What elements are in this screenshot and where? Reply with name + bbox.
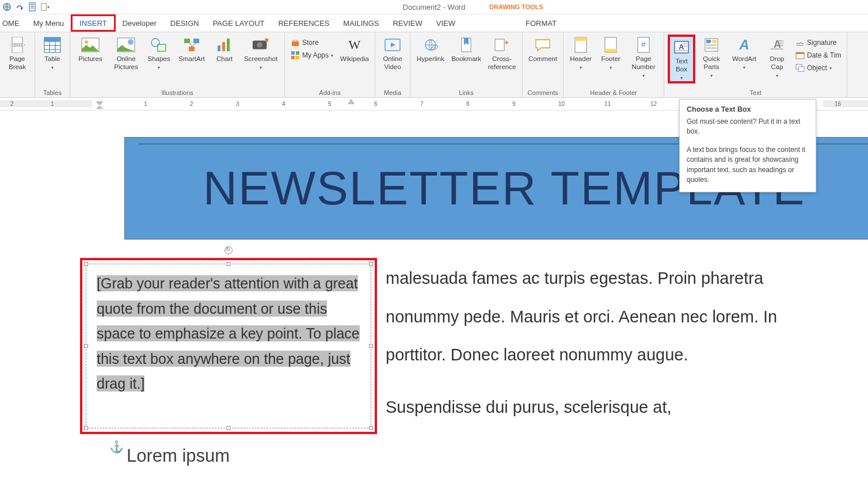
group-label-text: Text <box>668 88 843 96</box>
drop-cap-button[interactable]: A Drop Cap▾ <box>763 35 791 79</box>
online-pictures-button[interactable]: Online Pictures <box>109 35 143 71</box>
pictures-button[interactable]: Pictures <box>74 35 107 63</box>
header-button[interactable]: Header▾ <box>567 35 595 71</box>
datetime-button[interactable]: Date & Tim <box>793 50 843 61</box>
body-paragraph-1: malesuada fames ac turpis egestas. Proin… <box>386 259 823 374</box>
wordart-button[interactable]: A WordArt▾ <box>728 35 761 71</box>
svg-line-25 <box>190 43 192 47</box>
hyperlink-button[interactable]: Hyperlink <box>414 35 447 63</box>
resize-handle-bm[interactable] <box>227 426 231 430</box>
resize-handle-bl[interactable] <box>84 426 88 430</box>
quick-parts-button[interactable]: Quick Parts▾ <box>698 35 725 79</box>
tooltip-text-box: Choose a Text Box Got must-see content? … <box>679 99 816 192</box>
svg-text:W: W <box>349 39 361 51</box>
body-paragraph-2: Suspendisse dui purus, scelerisque at, <box>386 388 823 427</box>
resize-handle-ml[interactable] <box>84 344 88 348</box>
tab-developer[interactable]: Developer <box>116 14 163 32</box>
bookmark-button[interactable]: Bookmark <box>450 35 483 63</box>
resize-handle-mr[interactable] <box>369 344 373 348</box>
svg-rect-15 <box>44 37 60 41</box>
group-links: Hyperlink Bookmark Cross-reference Links <box>410 32 523 97</box>
text-box-button[interactable]: A Text Box▾ <box>668 35 695 83</box>
chart-button[interactable]: Chart <box>211 35 238 63</box>
svg-rect-27 <box>218 45 220 51</box>
object-icon <box>795 63 805 73</box>
svg-point-19 <box>128 39 134 45</box>
document-icon[interactable]: ▾ <box>40 2 50 12</box>
group-media: Online Video Media <box>375 32 410 97</box>
tab-home[interactable]: OME <box>0 14 26 32</box>
body-text-column[interactable]: malesuada fames ac turpis egestas. Proin… <box>386 259 823 440</box>
header-icon <box>572 36 590 54</box>
svg-point-20 <box>151 39 159 47</box>
body-heading-lorem[interactable]: Lorem ipsum <box>127 446 230 466</box>
wordart-icon: A <box>735 36 753 54</box>
resize-handle-br[interactable] <box>369 426 373 430</box>
svg-line-26 <box>192 43 196 47</box>
svg-rect-70 <box>798 67 804 71</box>
shapes-button[interactable]: Shapes▾ <box>145 35 173 71</box>
group-tables: Table▾ Tables <box>35 32 70 97</box>
store-button[interactable]: Store <box>288 37 336 48</box>
svg-rect-45 <box>575 37 587 41</box>
wikipedia-button[interactable]: W Wikipedia <box>338 35 371 63</box>
redo-icon[interactable] <box>15 2 24 12</box>
rotate-handle[interactable] <box>224 246 233 254</box>
indent-marker-first[interactable] <box>97 98 102 109</box>
page-icon[interactable] <box>28 2 37 12</box>
bookmark-icon <box>457 36 475 54</box>
group-label-addins: Add-ins <box>288 88 371 96</box>
tab-page-layout[interactable]: PAGE LAYOUT <box>206 14 272 32</box>
myapps-icon <box>291 51 300 60</box>
svg-rect-37 <box>296 56 299 59</box>
svg-rect-24 <box>189 47 195 51</box>
signature-button[interactable]: Signature <box>793 37 843 48</box>
text-box-border[interactable]: [Grab your reader's attention with a gre… <box>86 264 371 428</box>
group-header-footer: Header▾ Footer▾ # Page Number▾ Header & … <box>564 32 664 97</box>
document-title: Document2 - Word <box>403 3 466 12</box>
svg-rect-35 <box>296 51 299 55</box>
tab-view[interactable]: VIEW <box>429 14 462 32</box>
tab-insert[interactable]: INSERT <box>71 14 115 32</box>
pictures-icon <box>81 36 100 54</box>
tab-review[interactable]: REVIEW <box>386 14 429 32</box>
myapps-button[interactable]: My Apps ▾ <box>288 50 336 61</box>
hyperlink-icon <box>421 36 440 54</box>
quick-parts-icon <box>702 36 721 54</box>
group-label-illustrations: Illustrations <box>74 88 281 96</box>
svg-rect-7 <box>12 46 22 53</box>
page-number-button[interactable]: # Page Number▾ <box>627 35 660 79</box>
page-break-button[interactable]: Page Break <box>3 35 31 71</box>
svg-rect-43 <box>495 39 504 51</box>
resize-handle-tr[interactable] <box>369 262 373 266</box>
indent-marker-right[interactable] <box>348 98 354 104</box>
table-button[interactable]: Table▾ <box>39 35 66 71</box>
title-bar: ▾ Document2 - Word DRAWING TOOLS <box>0 0 868 14</box>
globe-icon[interactable] <box>2 2 12 12</box>
svg-text:A: A <box>774 39 781 50</box>
smartart-icon <box>182 36 201 54</box>
tab-mymenu[interactable]: My Menu <box>26 14 71 32</box>
video-icon <box>383 36 402 54</box>
chart-icon <box>215 36 234 54</box>
signature-icon <box>795 38 805 47</box>
tab-mailings[interactable]: MAILINGS <box>336 14 386 32</box>
crossref-button[interactable]: Cross-reference <box>485 35 519 71</box>
object-button[interactable]: Object ▾ <box>793 62 843 74</box>
tooltip-title: Choose a Text Box <box>687 105 809 113</box>
comment-button[interactable]: Comment <box>526 35 559 63</box>
svg-rect-32 <box>265 39 269 42</box>
text-box-content[interactable]: [Grab your reader's attention with a gre… <box>97 271 360 421</box>
tab-design[interactable]: DESIGN <box>163 14 206 32</box>
tab-format[interactable]: FORMAT <box>519 14 564 32</box>
resize-handle-tm[interactable] <box>227 262 231 266</box>
tab-references[interactable]: REFERENCES <box>271 14 336 32</box>
smartart-button[interactable]: SmartArt <box>175 35 208 63</box>
text-box-selected[interactable]: [Grab your reader's attention with a gre… <box>80 258 377 434</box>
shapes-icon <box>150 36 168 54</box>
screenshot-button[interactable]: Screenshot▾ <box>241 35 281 71</box>
resize-handle-tl[interactable] <box>84 262 88 266</box>
page-break-icon <box>8 36 26 54</box>
footer-button[interactable]: Footer▾ <box>597 35 625 71</box>
online-video-button[interactable]: Online Video <box>379 35 406 71</box>
